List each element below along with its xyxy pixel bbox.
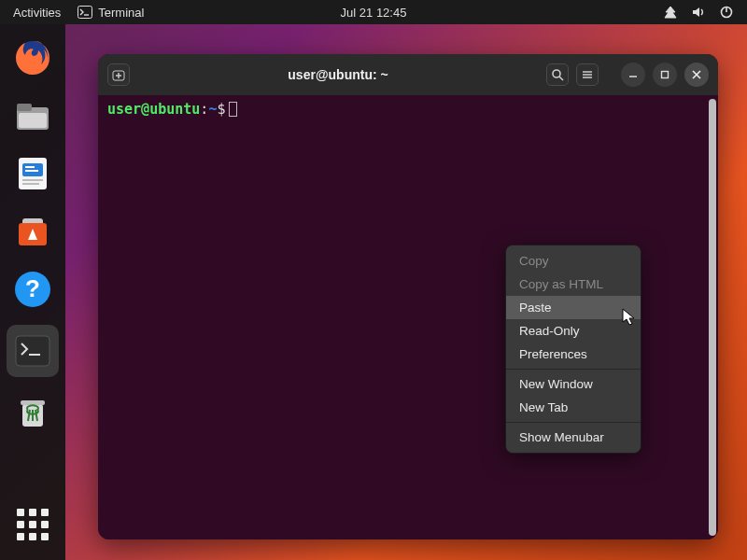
dock-firefox[interactable] (10, 35, 55, 80)
terminal-cursor (229, 102, 237, 117)
search-button[interactable] (546, 63, 569, 86)
dock: ? (0, 24, 65, 560)
prompt-userhost: user@ubuntu (107, 101, 200, 118)
ctx-copy-as-html[interactable]: Copy as HTML (506, 273, 641, 296)
ctx-new-tab[interactable]: New Tab (506, 396, 641, 419)
ctx-read-only[interactable]: Read-Only (506, 319, 641, 343)
svg-line-26 (559, 77, 563, 80)
mouse-pointer-icon (622, 308, 637, 327)
close-button[interactable] (684, 63, 709, 87)
ctx-show-menubar[interactable]: Show Menubar (506, 426, 641, 449)
svg-rect-18 (16, 336, 49, 366)
dock-software[interactable] (10, 209, 55, 254)
ctx-new-window[interactable]: New Window (506, 372, 641, 396)
ctx-paste[interactable]: Paste (506, 296, 641, 319)
volume-icon[interactable] (691, 5, 706, 20)
new-tab-button[interactable] (107, 63, 130, 86)
dock-terminal[interactable] (7, 325, 59, 377)
network-icon[interactable] (663, 5, 678, 20)
svg-rect-31 (662, 72, 669, 78)
power-icon[interactable] (719, 5, 734, 20)
window-titlebar: user@ubuntu: ~ (98, 54, 718, 95)
app-menu-label: Terminal (98, 6, 144, 20)
app-menu[interactable]: Terminal (78, 6, 144, 20)
dock-help[interactable]: ? (10, 267, 55, 312)
show-applications-button[interactable] (14, 506, 51, 543)
minimize-button[interactable] (621, 63, 645, 87)
svg-text:?: ? (25, 274, 40, 302)
clock[interactable]: Jul 21 12:45 (341, 6, 407, 20)
ctx-preferences[interactable]: Preferences (506, 343, 641, 366)
top-bar: Activities Terminal Jul 21 12:45 (0, 0, 747, 24)
context-menu: Copy Copy as HTML Paste Read-Only Prefer… (505, 245, 641, 454)
prompt-dollar: $ (217, 101, 225, 118)
svg-rect-6 (17, 104, 32, 111)
dock-files[interactable] (10, 93, 55, 138)
menu-button[interactable] (576, 63, 599, 86)
maximize-button[interactable] (653, 63, 677, 87)
ctx-separator (506, 422, 641, 423)
activities-button[interactable]: Activities (13, 6, 61, 20)
window-title: user@ubuntu: ~ (137, 67, 539, 82)
svg-rect-10 (25, 166, 35, 168)
dock-libreoffice-writer[interactable] (10, 151, 55, 196)
svg-rect-11 (25, 170, 38, 172)
ctx-separator (506, 369, 641, 370)
dock-trash[interactable] (10, 390, 55, 435)
scrollbar[interactable] (709, 99, 716, 536)
svg-rect-7 (19, 113, 47, 128)
ctx-copy[interactable]: Copy (506, 249, 641, 273)
terminal-icon (78, 6, 92, 19)
prompt-path: ~ (208, 101, 217, 118)
svg-rect-0 (78, 7, 92, 19)
svg-point-25 (553, 70, 560, 77)
prompt-line: user@ubuntu:~$ (107, 101, 709, 118)
